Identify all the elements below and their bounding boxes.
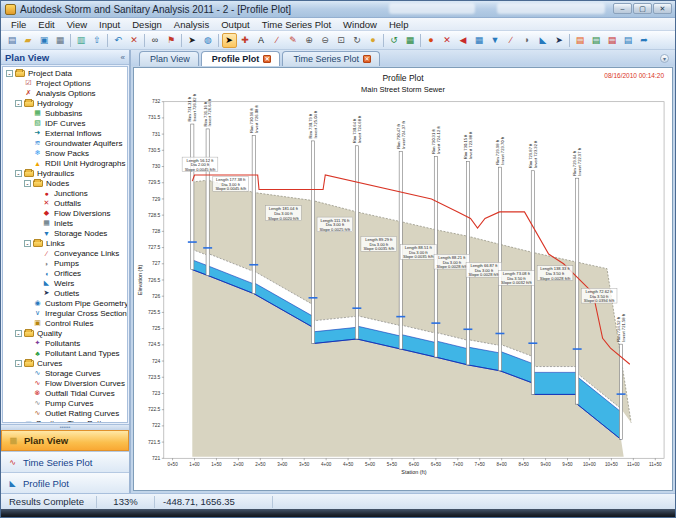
tree-item-idf-curves[interactable]: ▧IDF Curves bbox=[3, 118, 127, 128]
menu-time-series-plot[interactable]: Time Series Plot bbox=[256, 18, 337, 31]
tree-item-flow-diversions[interactable]: ◆Flow Diversions bbox=[3, 208, 127, 218]
tree-item-pollutant-land-types[interactable]: ♣Pollutant Land Types bbox=[3, 348, 127, 358]
save-icon[interactable]: ▣ bbox=[37, 33, 52, 48]
tab-close-icon[interactable]: ✕ bbox=[263, 55, 271, 63]
menu-analysis[interactable]: Analysis bbox=[168, 18, 215, 31]
junction-tool-icon[interactable]: ● bbox=[424, 33, 439, 48]
tree-item-outlet-rating-curves[interactable]: ∿Outlet Rating Curves bbox=[3, 408, 127, 418]
tree-item-pumps[interactable]: ◗Pumps bbox=[3, 258, 127, 268]
add-vertex-icon[interactable]: ✚ bbox=[238, 33, 253, 48]
tree-item-outfall-tidal-curves[interactable]: ⊗Outfall Tidal Curves bbox=[3, 388, 127, 398]
tree-item-outlets[interactable]: ➤Outlets bbox=[3, 288, 127, 298]
refresh-icon[interactable]: ↺ bbox=[387, 33, 402, 48]
run-analysis-icon[interactable]: ➤ bbox=[185, 33, 200, 48]
tree-item-external-inflows[interactable]: ➜External Inflows bbox=[3, 128, 127, 138]
web-icon[interactable]: ◍ bbox=[201, 33, 216, 48]
menu-input[interactable]: Input bbox=[93, 18, 126, 31]
zoom-window-icon[interactable]: ⊡ bbox=[334, 33, 349, 48]
delete-icon[interactable]: ✕ bbox=[127, 33, 142, 48]
tree-item-custom-pipe-geometry[interactable]: ◉Custom Pipe Geometry bbox=[3, 298, 127, 308]
nav-plan-view[interactable]: ▦Plan View bbox=[1, 430, 129, 451]
tab-options-icon[interactable]: ▾ bbox=[660, 54, 669, 63]
excel-icon[interactable]: ▦ bbox=[403, 33, 418, 48]
tree-item-analysis-options[interactable]: ✗Analysis Options bbox=[3, 88, 127, 98]
tree-expander-icon[interactable]: - bbox=[15, 330, 22, 337]
tab-time-series-plot[interactable]: Time Series Plot✕ bbox=[282, 51, 380, 66]
zoom-in-icon[interactable]: ⊕ bbox=[302, 33, 317, 48]
nav-profile-plot[interactable]: ◣Profile Plot bbox=[1, 472, 129, 493]
tree-item-nodes[interactable]: -Nodes bbox=[3, 178, 127, 188]
tree-item-hydrology[interactable]: -Hydrology bbox=[3, 98, 127, 108]
flag-icon[interactable]: ⚑ bbox=[164, 33, 179, 48]
menu-output[interactable]: Output bbox=[215, 18, 256, 31]
tree-item-subbasins[interactable]: ▦Subbasins bbox=[3, 108, 127, 118]
image-icon[interactable]: ▥ bbox=[74, 33, 89, 48]
tree-expander-icon[interactable]: - bbox=[6, 70, 13, 77]
tree-expander-icon[interactable]: - bbox=[24, 180, 31, 187]
find-icon[interactable]: ∞ bbox=[148, 33, 163, 48]
tree-item-irregular-cross-sections[interactable]: ∨Irregular Cross Sections bbox=[3, 308, 127, 318]
export-icon[interactable]: ➦ bbox=[637, 33, 652, 48]
tree-item-orifices[interactable]: ◖Orifices bbox=[3, 268, 127, 278]
pan-up-icon[interactable]: ⇧ bbox=[90, 33, 105, 48]
zoom-out-icon[interactable]: ⊖ bbox=[318, 33, 333, 48]
tree-item-project-data[interactable]: -Project Data bbox=[3, 68, 127, 78]
tree-item-control-rules[interactable]: ▣Control Rules bbox=[3, 318, 127, 328]
open-folder-icon[interactable]: ▰ bbox=[21, 33, 36, 48]
weir-tool-icon[interactable]: ◣ bbox=[536, 33, 551, 48]
menu-file[interactable]: File bbox=[5, 18, 32, 31]
storage-tool-icon[interactable]: ▼ bbox=[488, 33, 503, 48]
tab-plan-view[interactable]: Plan View bbox=[139, 51, 199, 66]
tree-expander-icon[interactable]: - bbox=[15, 170, 22, 177]
tree-item-conveyance-links[interactable]: ∕Conveyance Links bbox=[3, 248, 127, 258]
annotation-icon[interactable]: A bbox=[254, 33, 269, 48]
print-icon[interactable]: ▦ bbox=[53, 33, 68, 48]
tree-item-groundwater-aquifers[interactable]: ≋Groundwater Aquifers bbox=[3, 138, 127, 148]
maximize-button[interactable]: ▢ bbox=[633, 3, 652, 14]
tree-item-inlets[interactable]: ▦Inlets bbox=[3, 218, 127, 228]
collapse-sidebar-icon[interactable]: « bbox=[121, 53, 125, 62]
pump-tool-icon[interactable]: ◗ bbox=[520, 33, 535, 48]
select-pointer-icon[interactable]: ➤ bbox=[222, 33, 237, 48]
menu-design[interactable]: Design bbox=[126, 18, 168, 31]
tree-item-snow-packs[interactable]: ❄Snow Packs bbox=[3, 148, 127, 158]
outlet-tool-icon[interactable]: ➤ bbox=[552, 33, 567, 48]
tree-item-storage-nodes[interactable]: ▼Storage Nodes bbox=[3, 228, 127, 238]
menu-edit[interactable]: Edit bbox=[32, 18, 60, 31]
tree-item-pollutants[interactable]: ✦Pollutants bbox=[3, 338, 127, 348]
tree-item-junctions[interactable]: ●Junctions bbox=[3, 188, 127, 198]
zoom-extents-icon[interactable]: ↻ bbox=[350, 33, 365, 48]
menu-window[interactable]: Window bbox=[337, 18, 383, 31]
tree-item-links[interactable]: -Links bbox=[3, 238, 127, 248]
minimize-button[interactable]: – bbox=[613, 3, 632, 14]
new-file-icon[interactable]: ▤ bbox=[5, 33, 20, 48]
diversion-tool-icon[interactable]: ◀ bbox=[456, 33, 471, 48]
close-button[interactable]: ✕ bbox=[653, 3, 672, 14]
tree-item-outfalls[interactable]: ✕Outfalls bbox=[3, 198, 127, 208]
tree-item-weirs[interactable]: ◣Weirs bbox=[3, 278, 127, 288]
report-word-icon[interactable]: ▤ bbox=[621, 33, 636, 48]
tree-item-flow-diversion-curves[interactable]: ∿Flow Diversion Curves bbox=[3, 378, 127, 388]
report-html-icon[interactable]: ▤ bbox=[573, 33, 588, 48]
tab-close-icon[interactable]: ✕ bbox=[363, 55, 371, 63]
tab-profile-plot[interactable]: Profile Plot✕ bbox=[201, 51, 281, 66]
tree-item-hydraulics[interactable]: -Hydraulics bbox=[3, 168, 127, 178]
outfall-tool-icon[interactable]: ✕ bbox=[440, 33, 455, 48]
menu-view[interactable]: View bbox=[61, 18, 93, 31]
draw-brush-icon[interactable]: ✎ bbox=[286, 33, 301, 48]
report-pdf-icon[interactable]: ▤ bbox=[605, 33, 620, 48]
draw-line-icon[interactable]: ∕ bbox=[270, 33, 285, 48]
undo-icon[interactable]: ↶ bbox=[111, 33, 126, 48]
report-excel-icon[interactable]: ▤ bbox=[589, 33, 604, 48]
tree-item-quality[interactable]: -Quality bbox=[3, 328, 127, 338]
nav-time-series-plot[interactable]: ∿Time Series Plot bbox=[1, 451, 129, 472]
tree-item-pump-curves[interactable]: ∿Pump Curves bbox=[3, 398, 127, 408]
lock-icon[interactable]: ● bbox=[366, 33, 381, 48]
menu-help[interactable]: Help bbox=[383, 18, 415, 31]
tree-expander-icon[interactable]: - bbox=[15, 100, 22, 107]
tree-expander-icon[interactable]: - bbox=[15, 360, 22, 367]
tree-item-storage-curves[interactable]: ∿Storage Curves bbox=[3, 368, 127, 378]
tree-item-curves[interactable]: -Curves bbox=[3, 358, 127, 368]
tree-item-project-options[interactable]: ☑Project Options bbox=[3, 78, 127, 88]
tree-item-rdii-unit-hydrographs[interactable]: ▲RDII Unit Hydrographs bbox=[3, 158, 127, 168]
